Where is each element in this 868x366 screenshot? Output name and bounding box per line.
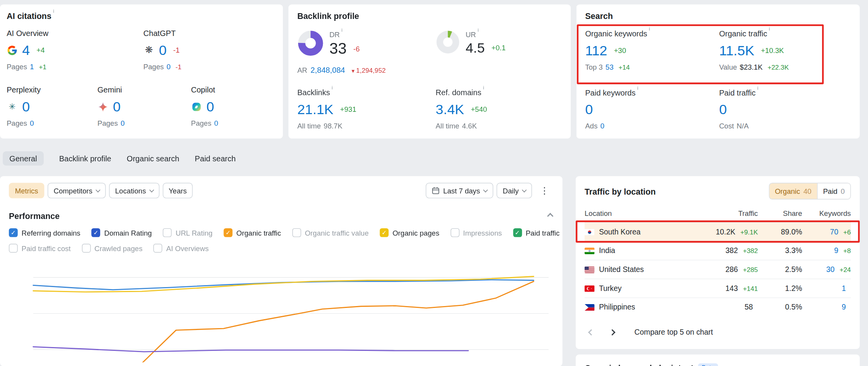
flag-turkey-icon [585,285,595,292]
chevron-down-icon [483,187,488,192]
check-icon: ✓ [382,229,387,236]
perplexity-count[interactable]: 0 [22,99,30,115]
checkbox-organic-traffic-value[interactable]: ✓Organic traffic value [292,228,368,237]
dr-donut-chart [297,30,324,58]
dr-value: 33 [329,40,347,58]
checkbox-ai-overviews[interactable]: ✓AI Overviews [153,244,209,253]
backlinks-count-link[interactable]: 21.1K [297,101,334,118]
check-icon: ✓ [225,229,230,236]
triangle-down-icon: ▼ [351,68,356,74]
more-options-button[interactable]: ⋮ [535,185,554,197]
flag-united-states-icon [585,266,595,273]
compare-top5-link[interactable]: Compare top 5 on chart [634,328,713,336]
chatgpt-count[interactable]: 0 [159,42,167,58]
copilot-icon [191,101,202,113]
paid-keywords-count-link[interactable]: 0 [585,101,593,118]
tab-general[interactable]: General [3,151,44,166]
info-icon[interactable]: i [637,85,638,91]
years-button[interactable]: Years [162,183,193,198]
keywords-link[interactable]: 30 [826,265,835,274]
metric-checkbox-row-1: ✓Referring domains ✓Domain Rating ✓URL R… [9,228,554,237]
ur-donut-chart [436,30,460,56]
keywords-link[interactable]: 70 [830,227,839,236]
ar-label: AR [297,66,307,74]
backlink-profile-title: Backlink profile [297,11,359,21]
gemini-pages-link[interactable]: 0 [121,119,124,127]
info-icon[interactable]: i [483,85,484,90]
chevron-right-icon [609,329,615,335]
info-icon[interactable]: i [757,85,759,91]
info-icon[interactable]: i [477,27,479,32]
checkbox-organic-pages[interactable]: ✓Organic pages [380,228,439,237]
search-title: Search [585,11,613,21]
keywords-link[interactable]: 1 [842,284,846,292]
organic-keywords-metric: Organic keywordsi 112 +30 Top 3 53 +14 [585,29,719,71]
checkbox-box: ✓ [9,244,18,253]
collapse-section-button[interactable] [548,210,552,221]
backlinks-metric: Backlinksi 21.1K +931 All time 98.7K [297,87,436,130]
organic-traffic-metric: Organic traffici 11.5K +10.3K Value $23.… [719,29,853,71]
ai-overview-pages-link[interactable]: 1 [30,63,34,71]
check-icon: ✓ [93,229,98,236]
ads-link[interactable]: 0 [600,122,604,130]
info-icon[interactable]: i [332,85,333,90]
checkbox-box: ✓ [163,228,172,237]
granularity-dropdown[interactable]: Daily [496,183,532,198]
chevron-left-icon [588,329,594,335]
info-icon[interactable]: i [769,26,770,31]
next-page-button[interactable] [605,323,619,340]
performance-title: Performance [9,211,60,220]
info-icon[interactable]: i [649,26,650,31]
checkbox-box: ✓ [292,228,301,237]
check-icon: ✓ [515,229,520,236]
checkbox-crawled-pages[interactable]: ✓Crawled pages [82,244,142,253]
location-table-header: Location Traffic Share Keywords [585,209,851,222]
chatgpt-pages-link[interactable]: 0 [167,63,171,71]
dr-label: DR [329,31,340,39]
organic-traffic-count-link[interactable]: 11.5K [719,43,754,59]
locations-dropdown[interactable]: Locations [109,183,159,198]
chevron-up-icon [547,213,553,219]
top3-link[interactable]: 53 [605,63,614,71]
checkbox-paid-traffic-cost[interactable]: ✓Paid traffic cost [9,244,71,253]
ar-value-link[interactable]: 2,848,084 [310,65,345,74]
metrics-button[interactable]: Metrics [9,183,44,198]
organic-paid-toggle: Organic 40 Paid 0 [769,183,851,199]
checkbox-box: ✓ [513,228,522,237]
checkbox-paid-traffic[interactable]: ✓Paid traffic [513,228,560,237]
ai-citations-card: AI citationsi AI Overview [0,4,283,138]
checkbox-domain-rating[interactable]: ✓Domain Rating [92,228,152,237]
checkbox-url-rating[interactable]: ✓URL Rating [163,228,212,237]
paid-toggle-button[interactable]: Paid 0 [817,183,850,199]
checkbox-referring-domains[interactable]: ✓Referring domains [9,228,80,237]
prev-page-button[interactable] [585,323,598,340]
organic-toggle-button[interactable]: Organic 40 [769,183,817,199]
keywords-link[interactable]: 9 [842,303,846,311]
tab-backlink-profile[interactable]: Backlink profile [59,151,111,166]
checkbox-impressions[interactable]: ✓Impressions [450,228,502,237]
date-range-dropdown[interactable]: Last 7 days [425,183,493,198]
info-icon[interactable]: i [53,8,54,14]
copilot-count[interactable]: 0 [206,99,214,115]
copilot-metric: Copilot 0 [191,86,218,128]
organic-keywords-count-link[interactable]: 112 [585,43,607,59]
ur-value: 4.5 [466,40,485,56]
gemini-icon [97,101,109,113]
metric-checkbox-row-2: ✓Paid traffic cost ✓Crawled pages ✓AI Ov… [9,244,554,253]
keywords-link[interactable]: 9 [834,246,838,255]
gemini-count[interactable]: 0 [113,99,121,115]
competitors-dropdown[interactable]: Competitors [48,183,106,198]
ref-domains-count-link[interactable]: 3.4K [436,101,464,118]
tab-organic-search[interactable]: Organic search [127,151,179,166]
perplexity-pages-link[interactable]: 0 [30,119,34,127]
ai-overview-count[interactable]: 4 [22,42,30,58]
paid-traffic-count-link[interactable]: 0 [719,101,727,118]
info-icon[interactable]: i [341,27,343,32]
flag-south-korea-icon [585,229,595,235]
paid-keywords-metric: Paid keywordsi 0 Ads 0 [585,88,719,130]
checkbox-organic-traffic[interactable]: ✓Organic traffic [223,228,281,237]
copilot-pages-link[interactable]: 0 [214,119,218,127]
ai-overview-metric: AI Overview 4 +4 [7,29,143,71]
checkbox-box: ✓ [82,244,90,253]
tab-paid-search[interactable]: Paid search [195,151,236,166]
